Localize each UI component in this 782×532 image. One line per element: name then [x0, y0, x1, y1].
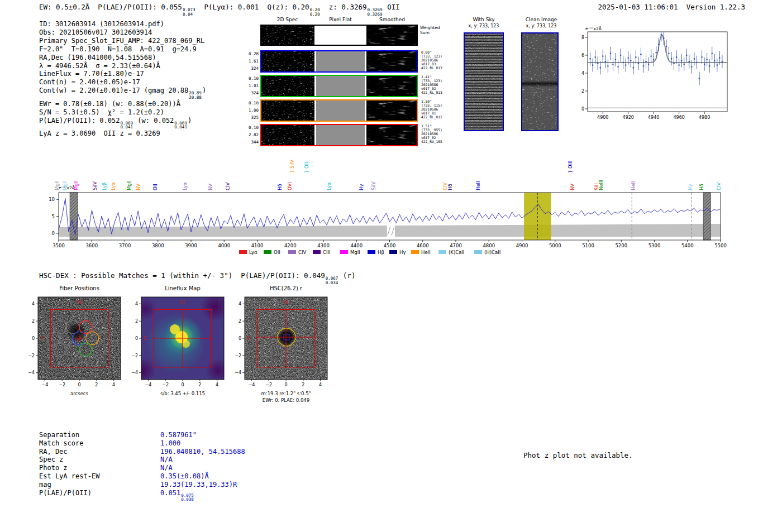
svg-text:3800: 3800 [152, 243, 164, 248]
svg-text:Hγ: Hγ [688, 184, 693, 190]
info-line: Cont(w) = 2.20(±0.01)e-17 (gmag 20.8820.… [39, 87, 206, 100]
hsc-image-cutout: NE420−2−4−4−2024 [223, 293, 335, 393]
info-line: LyA z = 3.0690 OII z = 0.3269 [39, 130, 206, 138]
weighted-sum-label: Weighted Sum [420, 26, 449, 35]
svg-text:CIV: CIV [716, 183, 722, 190]
hsc-cutout-title: HSC(26.2) r [230, 285, 342, 291]
svg-text:2: 2 [198, 382, 201, 387]
spec2d-image [366, 76, 417, 96]
clean-image-title: Clean Image [516, 17, 567, 22]
svg-text:MgII: MgII [126, 180, 132, 190]
info-line: EWr = 0.78(±0.18) (w: 0.88(±0.20))Å [39, 100, 206, 108]
spec2d-image [366, 100, 417, 121]
svg-text:5500: 5500 [714, 243, 727, 248]
svg-text:4: 4 [581, 71, 584, 76]
svg-text:5300: 5300 [649, 243, 661, 248]
svg-text:(K)CaII: (K)CaII [449, 250, 464, 255]
svg-text:E: E [247, 336, 250, 341]
svg-text:4700: 4700 [450, 243, 462, 248]
pixel-flat-image [316, 76, 365, 96]
with-sky-image [464, 32, 504, 131]
clean-image [521, 32, 559, 131]
svg-text:MgII: MgII [62, 180, 68, 190]
version-label: Version 1.22.3 [686, 3, 745, 11]
pixel-flat-image [316, 100, 365, 121]
spec2d-row [260, 124, 418, 146]
spec2d-image [261, 125, 314, 145]
weighted-sum-strip [260, 25, 418, 46]
svg-text:HeII: HeII [421, 250, 431, 255]
svg-text:4800: 4800 [483, 243, 495, 248]
info-line: S/N = 5.3(±0.5) χ² = 1.2(±0.2) [39, 108, 206, 117]
svg-text:4500: 4500 [384, 243, 396, 248]
svg-text:Lyα: Lyα [182, 182, 188, 190]
svg-text:4400: 4400 [350, 243, 363, 248]
svg-text:2: 2 [581, 89, 584, 94]
svg-text:HeII: HeII [475, 181, 481, 190]
svg-text:4960: 4960 [673, 115, 684, 120]
sky-noise-overlay [465, 33, 503, 130]
row-scale-labels: 0.281.61324 [246, 50, 259, 73]
svg-text:3600: 3600 [85, 243, 98, 248]
svg-text:4: 4 [135, 301, 138, 306]
svg-text:4200: 4200 [284, 243, 297, 248]
svg-text:Hδ: Hδ [447, 184, 453, 190]
svg-text:4600: 4600 [417, 243, 429, 248]
svg-text:} OIII: } OIII [568, 161, 573, 173]
svg-text:Hδ: Hδ [699, 184, 704, 190]
info-line: F=2.0" T=0.190 N=1.08 A=0.91 g=24.9 [39, 45, 206, 54]
info-line: P(LAE)/P(OII): 0.0520.0690.041 (w: 0.052… [39, 117, 206, 130]
svg-text:0: 0 [181, 382, 184, 387]
spec2d-image [366, 125, 417, 145]
col-title-2dspec: 2D Spec [260, 17, 314, 22]
svg-text:NV: NV [208, 184, 213, 190]
svg-text:HeII: HeII [631, 181, 636, 190]
svg-text:−2: −2 [28, 353, 35, 358]
svg-text:−2: −2 [265, 382, 272, 387]
svg-text:4300: 4300 [317, 243, 330, 248]
info-line: LineFlux = 7.70(±1.80)e-17 [39, 70, 206, 78]
svg-text:−2: −2 [162, 382, 169, 387]
summary-stats-line: EW: 0.5±0.2Å P(LAE)/P(OII): 0.0550.0730.… [39, 3, 400, 17]
col-title-pixelflat: Pixel Flat [316, 17, 365, 22]
svg-text:Lyα: Lyα [249, 250, 258, 255]
lineflux-caption: s/b: 3.45 +/- 0.115 [127, 391, 239, 396]
info-line: ID: 3012603914 (3012603914.pdf) [39, 20, 206, 28]
svg-text:SiIV: SiIV [371, 181, 376, 190]
svg-text:Hβ: Hβ [378, 250, 384, 255]
match-table-row: mag19.33(19.33,19.33)R [39, 481, 245, 489]
line-fit-chart: 0246849004920494049604980e⁻¹⁷x2Å [575, 25, 765, 128]
svg-text:Lyα: Lyα [326, 182, 332, 190]
svg-text:Hδ: Hδ [277, 184, 283, 190]
match-table-row: Spec zN/A [39, 456, 245, 464]
svg-text:4000: 4000 [218, 243, 230, 248]
svg-text:2: 2 [135, 319, 138, 324]
svg-text:5000: 5000 [549, 243, 561, 248]
pixel-flat-image [316, 51, 365, 71]
clean-image-coords: x, y: 733, 123 [516, 23, 567, 28]
svg-text:−2: −2 [59, 382, 65, 387]
svg-text:Hγ: Hγ [399, 250, 406, 255]
svg-text:4980: 4980 [699, 115, 710, 120]
match-table: Separation0.587961"Match score1.000RA, D… [39, 431, 245, 502]
svg-text:OII: OII [152, 184, 158, 190]
info-line: λ = 4946.52Å σ = 2.33(±0.64)Å [39, 62, 206, 70]
svg-text:3500: 3500 [53, 243, 65, 248]
svg-text:MgII: MgII [54, 180, 60, 190]
info-line: RA,Dec (196.041000,54.515568) [39, 54, 206, 62]
svg-text:0: 0 [239, 336, 241, 341]
svg-text:} SiIV: } SiIV [289, 160, 295, 173]
svg-text:OVI: OVI [287, 182, 293, 190]
svg-text:3700: 3700 [119, 243, 131, 248]
continuum-trace [522, 80, 557, 87]
svg-text:0: 0 [284, 382, 287, 387]
fiber-xlabel: arcsecs [23, 391, 135, 396]
spec2d-image [261, 26, 314, 45]
spec2d-image [366, 26, 417, 45]
svg-text:5200: 5200 [615, 243, 627, 248]
spec2d-image [261, 76, 314, 96]
svg-text:NV: NV [136, 184, 141, 190]
full-spectrum-chart: 0510350036003700380039004000410042004300… [45, 150, 743, 264]
svg-text:5400: 5400 [681, 243, 694, 248]
timestamp: 2025-01-03 11:06:01 Version 1.22.3 [598, 3, 745, 11]
